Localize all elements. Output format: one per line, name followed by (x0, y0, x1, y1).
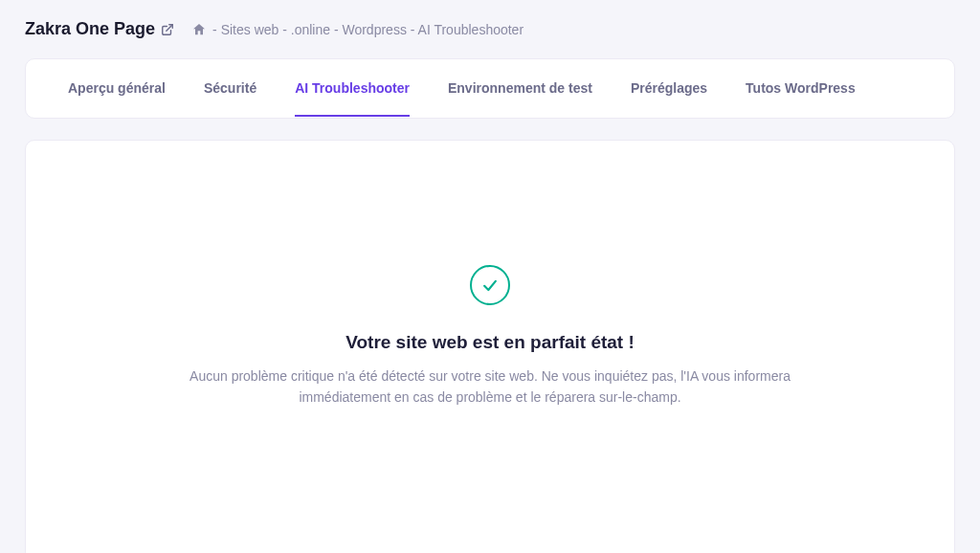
tabs-nav: Aperçu général Sécurité AI Troubleshoote… (26, 59, 954, 118)
status-title: Votre site web est en parfait état ! (345, 332, 635, 353)
breadcrumb[interactable]: - Sites web - .online - Wordpress - AI T… (191, 22, 523, 37)
tab-overview[interactable]: Aperçu général (68, 59, 166, 117)
page-title: Zakra One Page (25, 19, 155, 39)
breadcrumb-text: - Sites web - .online - Wordpress - AI T… (212, 22, 523, 37)
title-group[interactable]: Zakra One Page (25, 19, 174, 39)
tab-security[interactable]: Sécurité (204, 59, 256, 117)
page-header: Zakra One Page - Sites web - .online - W… (25, 19, 955, 39)
status-description: Aucun problème critique n'a été détecté … (155, 366, 825, 408)
status-card: Votre site web est en parfait état ! Auc… (25, 140, 955, 553)
home-icon (191, 22, 207, 37)
external-link-icon (161, 23, 174, 36)
svg-line-0 (167, 24, 172, 30)
tab-presets[interactable]: Préréglages (631, 59, 707, 117)
tabs-card: Aperçu général Sécurité AI Troubleshoote… (25, 58, 955, 119)
tab-test-env[interactable]: Environnement de test (448, 59, 592, 117)
check-circle-icon (470, 265, 510, 305)
tab-ai-troubleshooter[interactable]: AI Troubleshooter (295, 59, 410, 117)
tab-tutos[interactable]: Tutos WordPress (746, 59, 856, 117)
